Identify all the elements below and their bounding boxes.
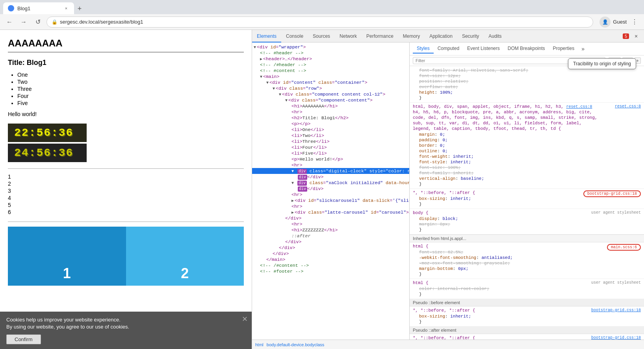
dom-line[interactable]: </div> xyxy=(252,245,409,251)
tab-application[interactable]: Application xyxy=(425,30,457,42)
dom-line[interactable]: ▶<div id="slickcarousel1" data-slick='{"… xyxy=(252,198,409,203)
rule-selector: *, *::before, *::after { bootstrap-grid.… xyxy=(413,336,641,340)
dom-line[interactable]: <!-- /#content --> xyxy=(252,262,409,268)
devtools-icons: 5 × xyxy=(623,31,644,41)
tab-performance[interactable]: Performance xyxy=(362,30,398,42)
prop-line: margin: 0; xyxy=(413,132,641,137)
dom-line-selected[interactable]: ▼ div class="digital-clock" style="color… xyxy=(252,168,409,174)
dom-line[interactable]: <p></p> xyxy=(252,121,409,127)
dom-line[interactable]: ▼ div class="xaClock initialized" data-h… xyxy=(252,180,409,186)
styles-tab-event-listeners[interactable]: Event Listeners xyxy=(463,44,504,54)
cookie-close-button[interactable]: ✕ xyxy=(242,315,248,323)
list-item: Two xyxy=(17,79,244,85)
prop-line: font-family: inherit; xyxy=(413,170,641,176)
dom-line[interactable]: <hr> xyxy=(252,109,409,115)
prop-line: } xyxy=(413,181,641,187)
rule-source[interactable]: reset.css:8 xyxy=(615,104,641,109)
tab-console[interactable]: Console xyxy=(281,30,308,42)
dom-line[interactable]: <h1>AAAAAAAA</h1> xyxy=(252,103,409,109)
guest-label: Guest xyxy=(613,19,627,25)
dom-line[interactable]: <li>Five</li> xyxy=(252,150,409,156)
carousel-slide-2: 2 xyxy=(126,227,244,286)
browser-menu-button[interactable]: ⋮ xyxy=(629,17,640,28)
styles-tab-computed[interactable]: Computed xyxy=(434,44,463,54)
dom-line[interactable]: <li>Four</li> xyxy=(252,144,409,150)
carousel-num-2: 2 xyxy=(181,265,189,282)
reset-rule: reset.css:8 html, body, div, span, apple… xyxy=(410,103,644,189)
new-tab-button[interactable]: + xyxy=(74,3,85,14)
browser-tab[interactable]: Blog1 × xyxy=(3,2,74,14)
dom-panel[interactable]: ▼<div id="wrapper"> <!-- #header --> ▶<h… xyxy=(252,42,410,340)
dom-line[interactable]: ▼<div id="content" class="container"> xyxy=(252,79,409,85)
bottom-html[interactable]: html xyxy=(255,342,264,347)
rule-selector: html { main.scss:6 xyxy=(413,244,641,249)
num-item: 6 xyxy=(8,209,244,215)
tab-title: Blog1 xyxy=(17,6,60,11)
tab-sources[interactable]: Sources xyxy=(308,30,335,42)
pseudo-after-source[interactable]: bootstrap-grid.css:18 xyxy=(591,336,641,340)
dom-line[interactable]: <hr> xyxy=(252,162,409,168)
prop-line: } xyxy=(413,292,641,297)
dom-line[interactable]: ▶<div class="latte-carousel" id="carouse… xyxy=(252,209,409,215)
close-tab-button[interactable]: × xyxy=(63,5,69,11)
dom-line[interactable]: ▼<div id="wrapper"> xyxy=(252,44,409,50)
dom-line[interactable]: <hr> xyxy=(252,203,409,209)
dom-line[interactable]: <!-- /#header --> xyxy=(252,62,409,68)
num-item: 5 xyxy=(8,202,244,208)
tab-network[interactable]: Network xyxy=(335,30,362,42)
dom-line[interactable]: </div> xyxy=(252,215,409,221)
confirm-button[interactable]: Confirm xyxy=(6,334,41,344)
address-input[interactable]: 🔒 sergesc.dev.local/sergesxasite/blog1 xyxy=(46,17,593,28)
dom-line[interactable]: <li>One</li> xyxy=(252,127,409,133)
styles-tab-dom-breakpoints[interactable]: DOM Breakpoints xyxy=(504,44,549,54)
styles-panel: Styles Computed Event Listeners DOM Brea… xyxy=(410,42,644,340)
dom-line[interactable]: div</div> xyxy=(252,186,409,192)
dom-line[interactable]: <h2>Title: Blog1</h2> xyxy=(252,115,409,121)
webpage: AAAAAAAA Title: Blog1 One Two Three Four… xyxy=(0,30,252,349)
profile-button[interactable]: 👤 xyxy=(599,17,611,28)
dom-line[interactable]: ▼<div class="component content col-12"> xyxy=(252,91,409,97)
clock-display-1: 22:56:36 xyxy=(8,124,87,142)
bootstrap-annotation[interactable]: bootstrap-grid.css:18 xyxy=(583,190,641,197)
bottom-body[interactable]: body.default-device.bodyclass xyxy=(267,342,325,347)
carousel-area: 1 2 xyxy=(8,227,244,286)
refresh-button[interactable]: ↺ xyxy=(32,17,43,28)
dom-line[interactable]: </main> xyxy=(252,257,409,262)
main-scss-annotation[interactable]: main.scss:6 xyxy=(607,244,641,251)
dom-line[interactable]: <li>Three</li> xyxy=(252,138,409,144)
more-tabs-button[interactable]: » xyxy=(578,44,588,54)
tab-elements[interactable]: Elements xyxy=(252,30,281,42)
back-button[interactable]: ← xyxy=(4,17,15,28)
numbered-list: 1 2 3 4 5 6 xyxy=(8,174,244,215)
dom-line[interactable]: <li>Two</li> xyxy=(252,133,409,138)
dom-line[interactable]: ▼<main> xyxy=(252,74,409,79)
dom-line[interactable]: ▶<header>…</header> xyxy=(252,56,409,62)
styles-tab-properties[interactable]: Properties xyxy=(549,44,578,54)
dom-line[interactable]: ::after xyxy=(252,233,409,239)
dom-line[interactable]: <!-- #content --> xyxy=(252,68,409,74)
tab-audits[interactable]: Audits xyxy=(484,30,506,42)
dom-line[interactable]: <hr> xyxy=(252,221,409,227)
address-bar-row: ← → ↺ 🔒 sergesc.dev.local/sergesxasite/b… xyxy=(0,14,644,30)
dom-line[interactable]: <hr> xyxy=(252,192,409,198)
dom-line[interactable]: <p>Hello world!</p> xyxy=(252,156,409,162)
dom-line[interactable]: <h1>ZZZZZZZZ</h1> xyxy=(252,227,409,233)
tab-security[interactable]: Security xyxy=(457,30,484,42)
pseudo-before-source[interactable]: bootstrap-grid.css:18 xyxy=(591,308,641,312)
devtools-close-button[interactable]: × xyxy=(631,31,641,41)
user-agent-source-2: user agent stylesheet xyxy=(591,281,641,285)
dom-line[interactable]: div</div> xyxy=(252,174,409,180)
tab-memory[interactable]: Memory xyxy=(398,30,425,42)
styles-tab-styles[interactable]: Styles xyxy=(413,44,434,54)
prop-line: } xyxy=(413,271,641,277)
dom-line[interactable]: </div> xyxy=(252,251,409,257)
forward-button[interactable]: → xyxy=(18,17,29,28)
page-content: AAAAAAAA Title: Blog1 One Two Three Four… xyxy=(0,30,252,349)
dom-line[interactable]: ▼<div class="component-content"> xyxy=(252,97,409,103)
inherited-label: Inherited from html.js.appl... xyxy=(410,235,644,242)
html-agent-rule: html { user agent stylesheet color: inte… xyxy=(410,279,644,299)
dom-line[interactable]: <!-- #footer --> xyxy=(252,268,409,274)
dom-line[interactable]: </div> xyxy=(252,239,409,245)
dom-line[interactable]: <!-- #header --> xyxy=(252,50,409,56)
dom-line[interactable]: ▼<div class="row"> xyxy=(252,85,409,91)
